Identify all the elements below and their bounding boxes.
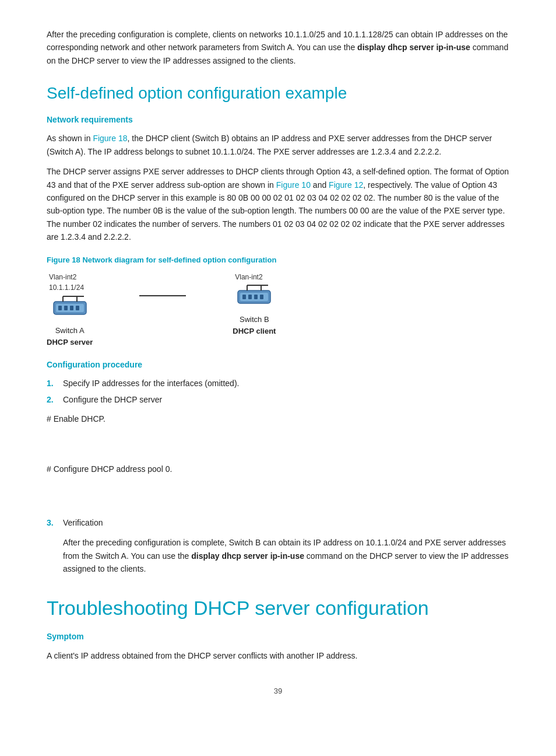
nr-para2-mid: and: [311, 180, 329, 190]
intro-paragraph: After the preceding configuration is com…: [47, 28, 509, 67]
step3-num: 3.: [47, 517, 56, 530]
svg-rect-11: [242, 295, 246, 299]
config-steps-list: 1. Specify IP addresses for the interfac…: [47, 377, 509, 406]
switch-a-vlan-label: Vlan-int2 10.1.1.1/24: [49, 272, 84, 293]
switch-a-block: Vlan-int2 10.1.1.1/24 Switch A DHCP serv…: [47, 272, 93, 348]
connector: [139, 295, 186, 296]
config-procedure-heading: Configuration procedure: [47, 359, 509, 372]
svg-rect-3: [64, 306, 68, 310]
svg-rect-2: [58, 306, 62, 310]
symptom-text: A client's IP address obtained from the …: [47, 649, 509, 662]
switch-b-role: DHCP client: [233, 326, 276, 337]
step3-text: Verification: [63, 517, 103, 530]
svg-rect-5: [76, 306, 79, 310]
network-req-para2: The DHCP server assigns PXE server addre…: [47, 165, 509, 243]
code-block-2-spacer: [47, 483, 509, 512]
switch-b-vlan: Vlan-int2: [235, 273, 262, 281]
step2-num: 2.: [47, 394, 56, 407]
config-step-1: 1. Specify IP addresses for the interfac…: [47, 377, 509, 390]
comment-enable-dhcp: # Enable DHCP.: [47, 413, 509, 426]
figure18-diagram: Vlan-int2 10.1.1.1/24 Switch A DHCP serv…: [47, 272, 509, 348]
svg-rect-13: [254, 295, 258, 299]
step3-verification-para: After the preceding configuration is com…: [63, 536, 509, 575]
switch-b-icon: [235, 282, 273, 312]
switch-a-ip: 10.1.1.1/24: [49, 284, 84, 292]
switch-a-vlan: Vlan-int2: [49, 273, 76, 281]
svg-rect-4: [70, 306, 73, 310]
config-step3-list: 3. Verification: [47, 517, 509, 530]
figure18-label: Figure 18 Network diagram for self-defin…: [47, 254, 509, 266]
step1-text: Specify IP addresses for the interfaces …: [63, 377, 239, 390]
switch-b-vlan-label: Vlan-int2: [235, 272, 262, 283]
step2-text: Configure the DHCP server: [63, 394, 162, 407]
figure18-link1[interactable]: Figure 18: [93, 134, 127, 143]
switch-a-role: DHCP server: [47, 337, 93, 348]
nr-para1-before: As shown in: [47, 134, 93, 143]
step1-num: 1.: [47, 377, 56, 390]
step3-bold-cmd: display dhcp server ip-in-use: [191, 551, 304, 561]
svg-rect-14: [260, 295, 263, 299]
code-block-1-spacer: [47, 433, 509, 456]
network-requirements-heading: Network requirements: [47, 114, 509, 127]
switch-a-icon: [51, 293, 89, 323]
figure12-link[interactable]: Figure 12: [329, 180, 363, 190]
troubleshooting-section-title: Troubleshooting DHCP server configuratio…: [47, 596, 509, 620]
connector-line: [139, 295, 186, 296]
network-req-para1: As shown in Figure 18, the DHCP client (…: [47, 132, 509, 158]
comment-configure-pool: # Configure DHCP address pool 0.: [47, 463, 509, 476]
page: After the preceding configuration is com…: [0, 0, 556, 756]
symptom-heading: Symptom: [47, 631, 509, 643]
page-number: 39: [47, 685, 509, 697]
config-step-3: 3. Verification: [47, 517, 509, 530]
intro-bold-cmd: display dhcp server ip-in-use: [357, 43, 470, 52]
config-step-2: 2. Configure the DHCP server: [47, 394, 509, 407]
figure10-link[interactable]: Figure 10: [276, 180, 311, 190]
switch-b-name: Switch B: [240, 314, 269, 326]
switch-b-block: Vlan-int2 Switch B DHCP client: [233, 272, 276, 338]
svg-rect-12: [248, 295, 252, 299]
switch-a-name: Switch A: [55, 325, 85, 337]
self-defined-section-title: Self-defined option configuration exampl…: [47, 83, 509, 103]
